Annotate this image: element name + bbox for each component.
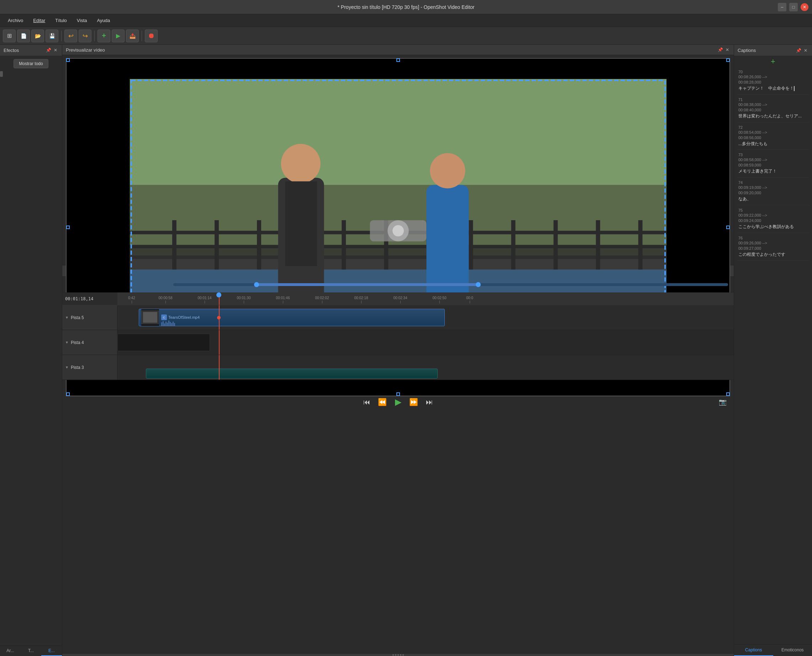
caption-time-74a: 00:09:19,000 --> xyxy=(738,185,808,190)
timeline-ruler-row: 00:01:18,14 0:42 00:00:58 xyxy=(62,292,734,305)
menu-archivo[interactable]: Archivo xyxy=(3,16,27,25)
ruler-spacer: 00:01:18,14 xyxy=(62,292,118,305)
menu-ayuda[interactable]: Ayuda xyxy=(93,16,115,25)
track-3-arrow[interactable]: ▼ xyxy=(65,365,69,369)
caption-text-73: メモリ上書き完了！ xyxy=(738,168,808,174)
effects-pin-icon[interactable]: 📌 xyxy=(45,47,51,53)
preview-pin-icon[interactable]: 📌 xyxy=(717,47,723,53)
preview-header: Previsualizar vídeo 📌 ✕ xyxy=(62,45,734,55)
preview-panel: Previsualizar vídeo 📌 ✕ xyxy=(62,45,734,265)
clip-label: TearsOfSteel.mp4 xyxy=(168,315,200,319)
track-5-arrow[interactable]: ▼ xyxy=(65,316,69,319)
preview-button[interactable]: ▶ xyxy=(112,29,124,42)
menu-editar[interactable]: Editar xyxy=(29,16,50,25)
undo-button[interactable]: ↩ xyxy=(64,29,77,42)
record-button[interactable]: ⏺ xyxy=(145,29,158,42)
show-all-button[interactable]: Mostrar todo xyxy=(14,59,48,68)
toolbar-separator-2 xyxy=(94,31,95,41)
clip-tearsofseel[interactable]: C TearsOfSteel.mp4 xyxy=(139,309,445,326)
handle-top-mid[interactable] xyxy=(397,58,400,62)
grid-button[interactable]: ⊞ xyxy=(3,29,15,42)
track-4-arrow[interactable]: ▼ xyxy=(65,340,69,344)
track-row-5: ▼ Pista 5 xyxy=(62,305,734,330)
export-button[interactable]: 📤 xyxy=(126,29,139,42)
close-button[interactable]: ✕ xyxy=(801,3,809,11)
menu-titulo[interactable]: Título xyxy=(51,16,71,25)
caption-time-72a: 00:08:54,000 --> xyxy=(738,130,808,135)
open-button[interactable]: 📂 xyxy=(31,29,44,42)
captions-add-button[interactable]: + xyxy=(734,56,812,67)
caption-num-74: 74 xyxy=(738,180,808,185)
track-area-4[interactable] xyxy=(118,330,734,355)
caption-text-72: ...多分僕たちも xyxy=(738,141,808,147)
maximize-button[interactable]: □ xyxy=(789,3,798,11)
svg-rect-40 xyxy=(130,245,666,248)
timeline-resize-handle[interactable] xyxy=(62,654,734,656)
captions-panel: Captions 📌 ✕ + 70 00:08:26,000 --> 00:08… xyxy=(734,45,812,656)
track-area-3[interactable] xyxy=(118,355,734,380)
add-button[interactable]: + xyxy=(98,29,110,42)
title-bar: * Proyecto sin título [HD 720p 30 fps] -… xyxy=(0,0,812,14)
caption-entry-72[interactable]: 72 00:08:54,000 --> 00:08:56,000 ...多分僕た… xyxy=(737,122,809,150)
track-3-name: Pista 3 xyxy=(71,365,84,370)
caption-time-76b: 00:09:27,000 xyxy=(738,246,808,251)
caption-num-71: 71 xyxy=(738,97,808,102)
caption-num-72: 72 xyxy=(738,125,808,130)
handle-mid-left[interactable] xyxy=(66,226,70,229)
handle-top-right[interactable] xyxy=(726,58,730,62)
timeline-content: 00:01:18,14 0:42 00:00:58 xyxy=(62,292,734,654)
new-button[interactable]: 📄 xyxy=(17,29,30,42)
track-label-3: ▼ Pista 3 xyxy=(62,355,118,380)
handle-top-left[interactable] xyxy=(66,58,70,62)
preview-header-icons: 📌 ✕ xyxy=(717,47,730,53)
effects-title: Efectos xyxy=(3,48,19,53)
caption-time-75a: 00:09:22,000 --> xyxy=(738,213,808,217)
minimize-button[interactable]: – xyxy=(778,3,786,11)
effects-panel-header: Efectos 📌 ✕ xyxy=(0,45,62,56)
caption-time-71b: 00:08:40,000 xyxy=(738,108,808,112)
caption-text-71: 世界は変わったんだよ、セリア... xyxy=(738,113,808,119)
effects-header-icons: 📌 ✕ xyxy=(45,47,58,53)
redo-button[interactable]: ↪ xyxy=(79,29,91,42)
tab-ef[interactable]: E... xyxy=(41,646,62,656)
main-layout: Efectos 📌 ✕ Mostrar todo xyxy=(0,45,812,656)
caption-entry-71[interactable]: 71 00:08:38,000 --> 00:08:40,000 世界は変わった… xyxy=(737,94,809,122)
caption-entry-70[interactable]: 70 00:08:26,000 --> 00:08:28,000 キャプテン！ … xyxy=(737,67,809,94)
handle-mid-right[interactable] xyxy=(726,226,730,229)
effects-close-icon[interactable]: ✕ xyxy=(53,47,58,53)
svg-point-46 xyxy=(430,153,465,188)
track-label-4: ▼ Pista 4 xyxy=(62,330,118,355)
effects-panel: Efectos 📌 ✕ Mostrar todo xyxy=(0,45,62,656)
timeline-ruler[interactable]: 0:42 00:00:58 00:01:14 xyxy=(118,292,734,305)
caption-text-74: なあ、 xyxy=(738,196,808,202)
text-cursor xyxy=(794,86,795,91)
toolbar: ⊞ 📄 📂 💾 ↩ ↪ + ▶ 📤 ⏺ xyxy=(0,27,812,45)
track-5-name: Pista 5 xyxy=(71,315,84,320)
menu-bar: Archivo Editar Título Vista Ayuda xyxy=(0,14,812,27)
caption-entry-73[interactable]: 73 00:08:58,000 --> 00:08:59,000 メモリ上書き完… xyxy=(737,150,809,178)
caption-entry-75[interactable]: 75 00:09:22,000 --> 00:09:24,000 ここから学ぶべ… xyxy=(737,205,809,233)
tab-tr[interactable]: T... xyxy=(21,646,41,656)
svg-point-43 xyxy=(281,144,320,183)
caption-time-72b: 00:08:56,000 xyxy=(738,136,808,140)
captions-pin-icon[interactable]: 📌 xyxy=(796,48,801,53)
tab-emoticons[interactable]: Emoticonos xyxy=(773,645,812,656)
window-title: * Proyecto sin título [HD 720p 30 fps] -… xyxy=(338,4,475,10)
captions-close-icon[interactable]: ✕ xyxy=(803,48,809,53)
caption-time-70b: 00:08:28,000 xyxy=(738,80,808,84)
toolbar-separator xyxy=(61,31,62,41)
caption-num-70: 70 xyxy=(738,70,808,74)
tab-captions[interactable]: Captions xyxy=(734,645,773,656)
clip-c-icon: C xyxy=(161,314,167,320)
save-button[interactable]: 💾 xyxy=(45,29,58,42)
track-area-5[interactable]: C TearsOfSteel.mp4 xyxy=(118,305,734,330)
svg-rect-26 xyxy=(130,248,666,259)
tab-ar[interactable]: Ar... xyxy=(0,646,21,656)
svg-rect-44 xyxy=(285,181,317,266)
caption-num-73: 73 xyxy=(738,153,808,157)
menu-vista[interactable]: Vista xyxy=(73,16,91,25)
caption-entry-74[interactable]: 74 00:09:19,000 --> 00:09:20,000 なあ、 xyxy=(737,178,809,205)
preview-close-icon[interactable]: ✕ xyxy=(724,47,730,53)
track-row-4: ▼ Pista 4 xyxy=(62,330,734,355)
caption-entry-76[interactable]: 76 00:09:26,000 --> 00:09:27,000 この程度でよか… xyxy=(737,233,809,261)
